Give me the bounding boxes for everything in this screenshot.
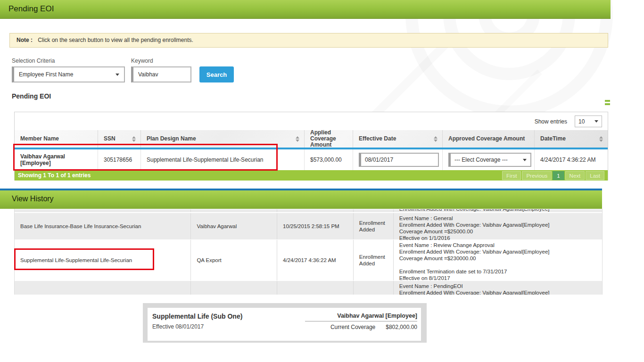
cell-plan: Supplemental Life-Supplemental Life-Secu… bbox=[15, 240, 191, 280]
detail-line: Coverage Amount =$230000.00 bbox=[399, 255, 598, 262]
view-history-table: Enrollment Added With Coverage: Vaibhav … bbox=[14, 209, 603, 295]
keyword-label: Keyword bbox=[131, 58, 153, 64]
col-header-member-name: Member Name bbox=[15, 130, 98, 148]
table-header-row: Member Name SSN Plan Design Name Applied… bbox=[15, 130, 608, 148]
page-title: Pending EOI bbox=[0, 0, 611, 14]
cell-member: QA Export bbox=[191, 240, 277, 280]
search-button[interactable]: Search bbox=[199, 66, 234, 82]
detail-line: Enrollment Added With Coverage: Vaibhav … bbox=[399, 289, 598, 295]
table-footer-bar: Showing 1 To 1 of 1 entries First Previo… bbox=[15, 170, 608, 181]
keyword-input-wrap bbox=[131, 66, 191, 82]
pending-eoi-page: Pending EOI Note : Click on the search b… bbox=[0, 0, 644, 362]
col-header-label: DateTime bbox=[540, 136, 566, 142]
card-member-name: Vaibhav Agarwal [Employee] bbox=[305, 313, 417, 321]
divider-grip bbox=[605, 100, 610, 102]
cell-details: Event Name : PendingEOI Enrollment Added… bbox=[394, 281, 602, 295]
view-history-title: View History bbox=[0, 190, 602, 203]
table-row: Supplemental Life-Supplemental Life-Secu… bbox=[15, 240, 602, 280]
pagination-page-1-button[interactable]: 1 bbox=[553, 171, 564, 180]
selection-criteria-value: Employee First Name bbox=[19, 71, 73, 78]
note-label: Note : bbox=[17, 37, 33, 43]
selection-criteria-label: Selection Criteria bbox=[12, 58, 55, 64]
note-text: Click on the search button to view all t… bbox=[38, 37, 193, 43]
cell-member: Vaibhav Agarwal bbox=[191, 213, 277, 239]
chevron-down-icon bbox=[594, 120, 598, 123]
pending-eoi-table: Show entries 10 Member Name SSN Plan Des… bbox=[14, 112, 608, 181]
col-header-label: Member Name bbox=[20, 136, 59, 142]
cell-datetime: 4/24/2017 4:36:22 AM bbox=[277, 240, 354, 280]
cell-plan bbox=[15, 209, 191, 212]
sort-icon[interactable] bbox=[296, 136, 301, 142]
effective-date-input[interactable] bbox=[365, 156, 434, 163]
col-header-datetime: DateTime bbox=[535, 130, 608, 148]
current-coverage-row: Current Coverage $802,000.00 bbox=[305, 324, 417, 330]
cell-datetime: 4/24/2017 4:36:22 AM bbox=[535, 149, 608, 170]
sort-icon[interactable] bbox=[599, 136, 605, 142]
table-row-clipped: Enrollment Added With Coverage: Vaibhav … bbox=[15, 209, 602, 213]
col-header-label: Applied Coverage Amount bbox=[310, 130, 350, 148]
pagination-previous-button[interactable]: Previous bbox=[522, 171, 552, 180]
col-header-plan-design-name: Plan Design Name bbox=[141, 130, 305, 148]
col-header-label: SSN bbox=[104, 136, 116, 142]
cell-member bbox=[191, 281, 277, 295]
col-header-label: Approved Coverage Amount bbox=[448, 136, 525, 142]
detail-line: Enrollment Added With Coverage: Vaibhav … bbox=[399, 222, 598, 228]
col-header-applied-coverage-amount: Applied Coverage Amount bbox=[305, 130, 353, 148]
cell-datetime bbox=[277, 281, 354, 295]
show-entries-label: Show entries bbox=[535, 118, 567, 125]
col-header-label: Effective Date bbox=[359, 136, 396, 142]
pagination: First Previous 1 Next Last bbox=[502, 171, 604, 180]
chevron-down-icon bbox=[116, 74, 119, 76]
cell-action bbox=[354, 281, 394, 295]
current-coverage-label: Current Coverage bbox=[330, 324, 375, 330]
keyword-input[interactable] bbox=[133, 67, 190, 82]
cell-ssn: 305178656 bbox=[98, 149, 141, 170]
col-header-ssn: SSN bbox=[98, 130, 141, 148]
cell-action: Enrollment Added bbox=[354, 213, 394, 239]
divider-grip bbox=[605, 103, 610, 105]
note-banner: Note : Click on the search button to vie… bbox=[9, 33, 608, 48]
pending-eoi-section-title: Pending EOI bbox=[12, 92, 51, 100]
pagination-last-button[interactable]: Last bbox=[586, 171, 604, 180]
cell-plan-design-name: Supplemental Life-Supplemental Life-Secu… bbox=[141, 149, 305, 170]
show-entries-value: 10 bbox=[578, 118, 585, 125]
detail-line: Coverage Amount =$25000.00 bbox=[399, 228, 598, 235]
detail-line: Enrollment Added With Coverage: Vaibhav … bbox=[399, 248, 598, 255]
show-entries-select[interactable]: 10 bbox=[575, 115, 602, 127]
detail-line: Event Name : Review Change Approval bbox=[399, 242, 598, 248]
chevron-down-icon bbox=[523, 159, 527, 161]
cell-plan bbox=[15, 281, 191, 295]
elect-coverage-value: --- Elect Coverage --- bbox=[454, 156, 508, 163]
cell-details: Event Name : Review Change Approval Enro… bbox=[394, 240, 602, 280]
cell-datetime bbox=[277, 209, 354, 212]
sort-icon[interactable] bbox=[434, 136, 439, 142]
detail-line bbox=[399, 262, 598, 268]
card-plan-title: Supplemental Life (Sub One) bbox=[152, 313, 242, 320]
selection-criteria-select[interactable]: Employee First Name bbox=[12, 66, 125, 82]
pagination-next-button[interactable]: Next bbox=[565, 171, 585, 180]
coverage-summary-card-frame: Supplemental Life (Sub One) Effective 08… bbox=[143, 303, 427, 343]
cell-datetime: 10/25/2015 2:58:15 PM bbox=[277, 213, 354, 239]
cell-plan: Base Life Insurance-Base Life Insurance-… bbox=[15, 213, 191, 239]
effective-date-input-wrap bbox=[359, 153, 439, 167]
cell-effective-date bbox=[353, 149, 443, 170]
coverage-summary-card: Supplemental Life (Sub One) Effective 08… bbox=[148, 308, 421, 341]
cell-details: Event Name : General Enrollment Added Wi… bbox=[394, 213, 602, 239]
page-header-bar: Pending EOI bbox=[0, 0, 611, 19]
pagination-first-button[interactable]: First bbox=[502, 171, 521, 180]
sort-icon[interactable] bbox=[132, 136, 138, 142]
col-header-approved-coverage-amount: Approved Coverage Amount bbox=[443, 130, 535, 148]
cell-applied-coverage-amount: $573,000.00 bbox=[305, 149, 353, 170]
detail-line: Enrollment Termination date set to 7/31/… bbox=[399, 268, 598, 275]
card-effective-text: Effective 08/01/2017 bbox=[152, 323, 242, 330]
table-row-clipped: Event Name : PendingEOI Enrollment Added… bbox=[15, 280, 602, 295]
col-header-label: Plan Design Name bbox=[147, 136, 196, 142]
elect-coverage-select[interactable]: --- Elect Coverage --- bbox=[448, 153, 531, 167]
detail-line: Effective on 8/1/2017 bbox=[399, 275, 598, 281]
detail-line: Event Name : General bbox=[399, 215, 598, 222]
cell-member-name: Vaibhav Agarwal [Employee] bbox=[15, 149, 98, 170]
col-header-effective-date: Effective Date bbox=[353, 130, 443, 148]
cell-action: Enrollment Added bbox=[354, 240, 394, 280]
card-left: Supplemental Life (Sub One) Effective 08… bbox=[152, 313, 242, 341]
cell-approved-coverage: --- Elect Coverage --- bbox=[443, 149, 535, 170]
